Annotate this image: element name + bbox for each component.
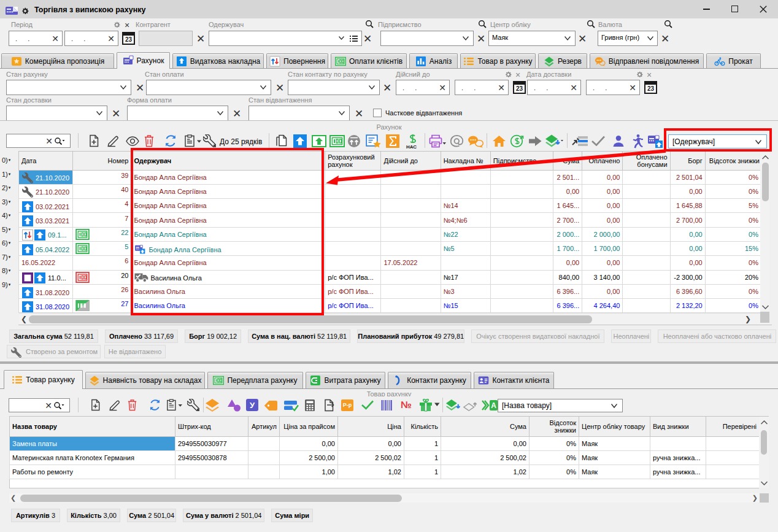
svg-text:23: 23 bbox=[647, 85, 655, 92]
svg-text:23: 23 bbox=[125, 36, 133, 43]
svg-text:A: A bbox=[491, 401, 496, 410]
svg-text:23: 23 bbox=[516, 85, 523, 92]
